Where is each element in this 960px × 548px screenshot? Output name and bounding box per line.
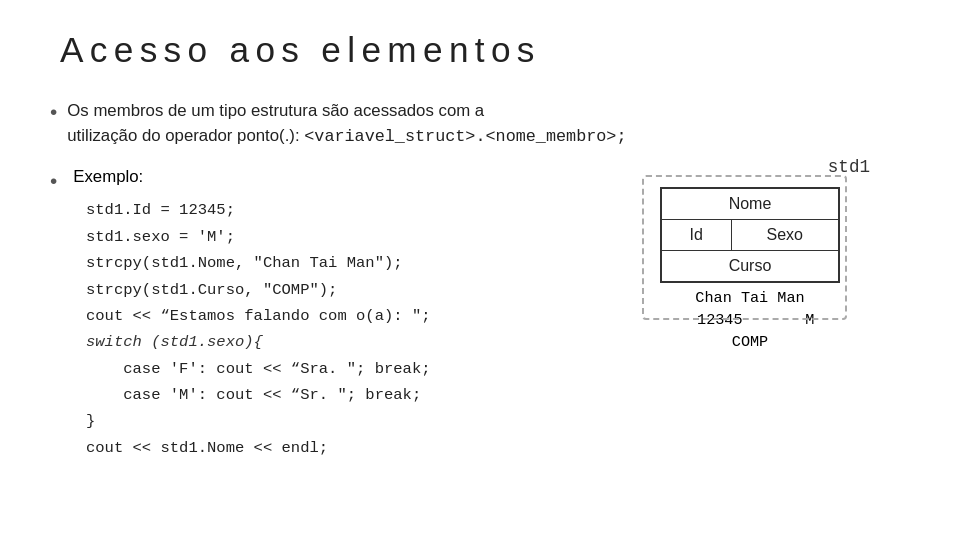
intro-line1: Os membros de um tipo estrutura são aces… <box>67 101 484 120</box>
struct-field-id: Id <box>661 220 731 251</box>
right-column: std1 Nome Id Sexo Curso Ch <box>650 157 910 353</box>
example-bullet: • <box>50 169 57 193</box>
value-row-nome: Chan Tai Man <box>660 287 840 309</box>
struct-field-curso: Curso <box>661 251 839 283</box>
value-id: 12345 <box>660 309 780 331</box>
code-line-10: cout << std1.Nome << endl; <box>86 435 620 461</box>
page-title: Acesso aos elementos <box>60 30 910 70</box>
struct-field-sexo: Sexo <box>731 220 839 251</box>
code-line-3: strcpy(std1.Nome, "Chan Tai Man"); <box>86 250 620 276</box>
intro-bullet: • <box>50 100 57 124</box>
example-label: Exemplo: <box>73 167 143 187</box>
code-block: std1.Id = 12345; std1.sexo = 'M'; strcpy… <box>86 197 620 461</box>
left-column: • Exemplo: std1.Id = 12345; std1.sexo = … <box>50 167 620 461</box>
example-label-text: Exemplo: <box>73 167 143 186</box>
struct-row-nome: Nome <box>661 188 839 220</box>
code-line-6: switch (std1.sexo){ <box>86 329 620 355</box>
struct-diagram: Nome Id Sexo Curso Chan Tai Man 12345 M <box>650 187 870 353</box>
code-line-5: cout << “Estamos falando com o(a): "; <box>86 303 620 329</box>
struct-row-id-sexo: Id Sexo <box>661 220 839 251</box>
struct-table: Nome Id Sexo Curso <box>660 187 840 283</box>
example-section: • Exemplo: <box>50 167 620 193</box>
code-line-8: case 'M': cout << “Sr. "; break; <box>86 382 620 408</box>
value-curso: COMP <box>660 331 840 353</box>
struct-field-nome: Nome <box>661 188 839 220</box>
code-line-7: case 'F': cout << “Sra. "; break; <box>86 356 620 382</box>
intro-text: Os membros de um tipo estrutura são aces… <box>67 98 626 149</box>
code-line-2: std1.sexo = 'M'; <box>86 224 620 250</box>
main-content: • Exemplo: std1.Id = 12345; std1.sexo = … <box>50 167 910 461</box>
value-row-id-sexo: 12345 M <box>660 309 840 331</box>
value-row-curso: COMP <box>660 331 840 353</box>
values-table: Chan Tai Man 12345 M COMP <box>660 287 840 353</box>
intro-line2: utilização do operador ponto(.): <box>67 126 304 145</box>
code-line-9: } <box>86 408 620 434</box>
value-sexo: M <box>780 309 840 331</box>
struct-var-label: std1 <box>828 157 870 177</box>
code-line-1: std1.Id = 12345; <box>86 197 620 223</box>
code-line-4: strcpy(std1.Curso, "COMP"); <box>86 277 620 303</box>
value-nome: Chan Tai Man <box>660 287 840 309</box>
intro-section: • Os membros de um tipo estrutura são ac… <box>50 98 910 149</box>
intro-code: <variavel_struct>.<nome_membro>; <box>304 127 626 146</box>
struct-row-curso: Curso <box>661 251 839 283</box>
